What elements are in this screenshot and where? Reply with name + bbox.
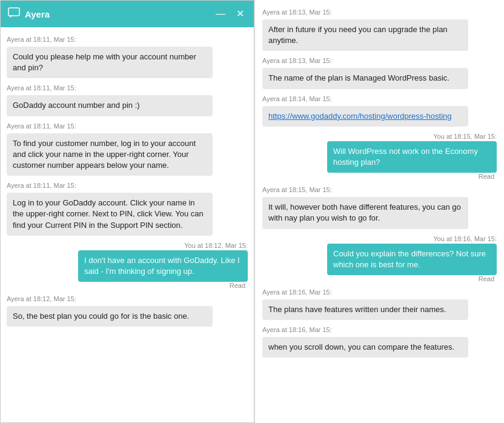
agent-message-bubble: So, the best plan you could go for is th… — [7, 306, 213, 327]
minimize-button[interactable]: — — [213, 9, 228, 19]
agent-message-bubble: The plans have features written under th… — [262, 299, 468, 320]
user-message-row: You at 18:15, Mar 15:Will WordPress not … — [262, 129, 497, 180]
agent-message-bubble: Could you please help me with your accou… — [7, 47, 213, 78]
agent-message-bubble: Log in to your GoDaddy account. Click yo… — [7, 193, 213, 236]
agent-message-bubble: It will, however both have different fea… — [262, 197, 468, 228]
agent-message-bubble: when you scroll down, you can compare th… — [262, 337, 468, 358]
chat-header-left: Ayera — [8, 7, 50, 21]
message-timestamp: Ayera at 18:16, Mar 15: — [262, 288, 497, 296]
chat-icon — [8, 7, 20, 21]
message-timestamp: Ayera at 18:11, Mar 15: — [7, 122, 248, 130]
chat-left-panel: Ayera — ✕ Ayera at 18:11, Mar 15:Could y… — [0, 0, 254, 423]
agent-message-bubble: https://www.godaddy.com/hosting/wordpres… — [262, 106, 468, 127]
chat-title: Ayera — [25, 9, 50, 19]
message-timestamp: Ayera at 18:14, Mar 15: — [262, 95, 497, 102]
message-link[interactable]: https://www.godaddy.com/hosting/wordpres… — [268, 112, 452, 121]
message-timestamp: You at 18:12, Mar 15: — [184, 242, 248, 249]
message-timestamp: Ayera at 18:13, Mar 15: — [262, 57, 497, 64]
chat-header: Ayera — ✕ — [1, 1, 254, 27]
agent-message-bubble: To find your customer number, log in to … — [7, 133, 213, 176]
message-timestamp: Ayera at 18:15, Mar 15: — [262, 186, 497, 193]
message-timestamp: Ayera at 18:12, Mar 15: — [7, 295, 248, 302]
user-message-row: You at 18:16, Mar 15:Could you explain t… — [262, 231, 497, 282]
message-timestamp: Ayera at 18:16, Mar 15: — [262, 326, 497, 333]
message-read-status: Read — [479, 275, 494, 282]
chat-header-controls: — ✕ — [213, 9, 247, 19]
message-timestamp: Ayera at 18:11, Mar 15: — [7, 182, 248, 189]
user-message-row: You at 18:12, Mar 15:I don't have an acc… — [7, 238, 248, 289]
message-read-status: Read — [479, 173, 494, 180]
close-button[interactable]: ✕ — [234, 9, 247, 19]
left-messages-area: Ayera at 18:11, Mar 15:Could you please … — [1, 27, 254, 422]
agent-message-bubble: After in future if you need you can upgr… — [262, 19, 468, 51]
left-messages-container: Ayera at 18:11, Mar 15:Could you please … — [1, 27, 254, 422]
message-timestamp: Ayera at 18:11, Mar 15: — [7, 36, 248, 43]
user-message-bubble: Could you explain the differences? Not s… — [327, 244, 497, 275]
agent-message-bubble: GoDaddy account number and pin :) — [7, 95, 213, 116]
user-message-bubble: I don't have an account with GoDaddy. Li… — [78, 250, 248, 282]
message-read-status: Read — [230, 282, 245, 289]
agent-message-bubble: The name of the plan is Managed WordPres… — [262, 68, 468, 88]
chat-right-panel: Ayera at 18:13, Mar 15:After in future i… — [254, 0, 504, 423]
message-timestamp: Ayera at 18:11, Mar 15: — [7, 84, 248, 92]
message-timestamp: Ayera at 18:13, Mar 15: — [262, 8, 497, 16]
user-message-bubble: Will WordPress not work on the Economy h… — [327, 141, 497, 173]
message-timestamp: You at 18:15, Mar 15: — [433, 133, 497, 140]
message-timestamp: You at 18:16, Mar 15: — [433, 235, 497, 242]
svg-rect-0 — [8, 8, 19, 16]
